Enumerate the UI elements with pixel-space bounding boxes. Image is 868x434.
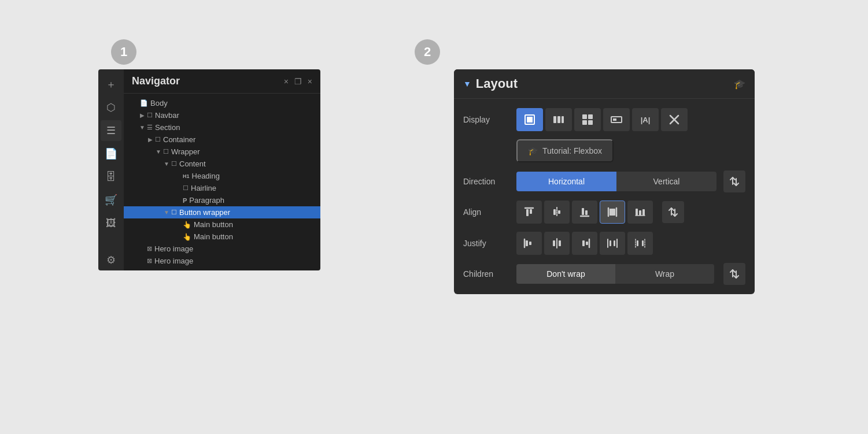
display-btn-text[interactable]: |A| [632, 108, 659, 131]
children-swap-icon [729, 269, 740, 279]
navigator-close-small[interactable]: × [284, 77, 289, 86]
tree-item-body[interactable]: 📄 Body [124, 97, 320, 109]
layout-title: Layout [476, 76, 518, 91]
display-btn-inline[interactable] [603, 108, 630, 131]
align-center-icon [551, 206, 563, 218]
svg-rect-21 [585, 210, 588, 215]
tree-item-hairline[interactable]: ☐ Hairline [124, 182, 320, 194]
svg-rect-44 [637, 240, 638, 246]
direction-horizontal-btn[interactable]: Horizontal [516, 172, 616, 191]
svg-rect-14 [526, 209, 529, 216]
sidebar-add[interactable]: ＋ [101, 74, 121, 95]
tree-item-hero-image-1[interactable]: ⊠ Hero image [124, 243, 320, 255]
sidebar-navigator[interactable]: ☰ [101, 120, 121, 141]
tree-item-heading[interactable]: H1 Heading [124, 170, 320, 182]
sidebar-media[interactable]: 🖼 [101, 213, 121, 233]
svg-rect-33 [553, 240, 555, 246]
align-start-btn[interactable] [516, 201, 542, 224]
toggle-section: ▼ [139, 124, 146, 131]
align-stretch-icon [607, 206, 618, 218]
navigator-close[interactable]: × [308, 77, 312, 86]
display-buttons: |A| [516, 108, 745, 131]
sidebar-cart[interactable]: 🛒 [101, 190, 121, 210]
navigator-panel-container: ＋ ⬡ ☰ 📄 🗄 🛒 🖼 ⚙ Navigator × ❐ × 📄 Body [98, 69, 320, 270]
align-baseline-btn[interactable] [627, 201, 653, 224]
sidebar-settings[interactable]: ⚙ [101, 250, 121, 270]
children-swap-btn[interactable] [723, 263, 745, 285]
icon-main-button-1: 👆 [183, 221, 191, 229]
icon-wrapper: ☐ [163, 148, 169, 155]
toggle-container: ▶ [147, 136, 154, 143]
justify-end-btn[interactable] [572, 232, 597, 255]
align-center-btn[interactable] [544, 201, 570, 224]
tutorial-btn[interactable]: 🎓 Tutorial: Flexbox [516, 139, 614, 162]
children-dont-wrap-btn[interactable]: Don't wrap [516, 264, 615, 284]
tree-item-navbar[interactable]: ▶ ☐ Navbar [124, 109, 320, 121]
justify-between-btn[interactable] [600, 232, 625, 255]
tree-item-button-wrapper[interactable]: ▼ ☐ Button wrapper [124, 206, 320, 218]
svg-rect-26 [639, 210, 641, 216]
align-swap-btn[interactable] [662, 201, 684, 223]
svg-rect-30 [526, 240, 528, 246]
sidebar-assets[interactable]: 🗄 [101, 166, 121, 187]
justify-buttons [516, 232, 653, 255]
justify-center-btn[interactable] [544, 232, 570, 255]
navigator-title: Navigator [132, 75, 180, 87]
navigator-tree: 📄 Body ▶ ☐ Navbar ▼ ☰ Section ▶ ☐ Contai… [124, 94, 320, 270]
tree-item-main-button-1[interactable]: 👆 Main button [124, 218, 320, 231]
tutorial-btn-label: Tutorial: Flexbox [542, 146, 602, 155]
tree-item-paragraph[interactable]: P Paragraph [124, 194, 320, 206]
display-label: Display [463, 115, 509, 124]
label-wrapper: Wrapper [171, 147, 200, 156]
tree-item-wrapper[interactable]: ▼ ☐ Wrapper [124, 146, 320, 158]
navigator-snap[interactable]: ❐ [294, 77, 302, 86]
tree-item-hero-image-2[interactable]: ⊠ Hero image [124, 255, 320, 267]
sidebar-components[interactable]: ⬡ [101, 97, 121, 118]
direction-swap-btn[interactable] [723, 170, 745, 192]
toggle-navbar: ▶ [139, 112, 146, 118]
children-wrap-btn[interactable]: Wrap [615, 264, 714, 284]
direction-label: Direction [463, 177, 509, 186]
icon-navbar: ☐ [147, 112, 153, 119]
justify-center-icon [551, 238, 563, 249]
justify-start-btn[interactable] [516, 232, 542, 255]
tree-item-content[interactable]: ▼ ☐ Content [124, 158, 320, 170]
align-end-icon [579, 206, 590, 218]
display-btn-none[interactable] [661, 108, 688, 131]
align-swap-icon [668, 207, 678, 217]
text-icon: |A| [641, 116, 651, 124]
label-container: Container [163, 135, 195, 144]
align-row: Align [463, 201, 745, 224]
display-btn-block[interactable] [516, 108, 543, 131]
svg-rect-20 [582, 208, 584, 215]
toggle-wrapper: ▼ [155, 149, 162, 155]
svg-rect-18 [558, 210, 560, 214]
justify-around-btn[interactable] [627, 232, 653, 255]
direction-buttons: Horizontal Vertical [516, 172, 716, 191]
none-icon [668, 113, 681, 126]
tree-item-container[interactable]: ▶ ☐ Container [124, 133, 320, 146]
sidebar-pages[interactable]: 📄 [101, 143, 121, 164]
align-end-btn[interactable] [572, 201, 597, 224]
icon-button-wrapper: ☐ [171, 209, 177, 216]
justify-label: Justify [463, 239, 509, 248]
display-btn-grid[interactable] [574, 108, 601, 131]
svg-rect-4 [562, 116, 564, 123]
layout-collapse-arrow[interactable]: ▼ [463, 79, 471, 88]
align-stretch-btn[interactable] [600, 201, 625, 224]
tree-item-section[interactable]: ▼ ☰ Section [124, 121, 320, 133]
svg-rect-10 [613, 118, 616, 121]
label-navbar: Navbar [155, 111, 179, 120]
swap-icon [729, 176, 740, 187]
tree-item-main-button-2[interactable]: 👆 Main button [124, 231, 320, 243]
justify-between-icon [607, 238, 618, 249]
display-btn-flex[interactable] [545, 108, 572, 131]
block-icon [523, 113, 536, 126]
inline-icon [610, 113, 623, 126]
layout-help-icon[interactable]: 🎓 [734, 79, 745, 90]
direction-vertical-btn[interactable]: Vertical [616, 172, 716, 191]
tutorial-row: 🎓 Tutorial: Flexbox [463, 139, 745, 162]
icon-main-button-2: 👆 [183, 233, 191, 241]
svg-rect-37 [586, 242, 588, 245]
flex-icon [552, 113, 565, 126]
